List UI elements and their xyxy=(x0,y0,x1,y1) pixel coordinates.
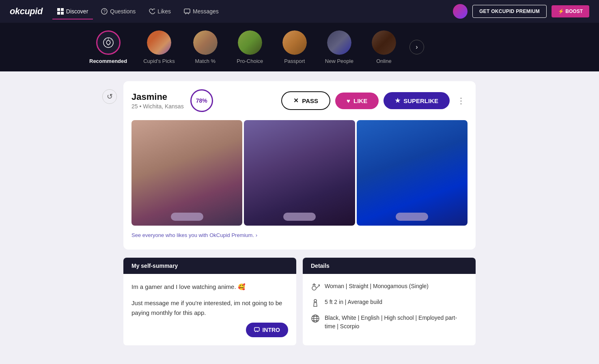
navbar: okcupid Discover ? Questions Likes Messa… xyxy=(0,0,599,23)
user-avatar[interactable] xyxy=(453,4,468,19)
nav-right: GET OKCUPID PREMIUM ⚡ BOOST xyxy=(453,4,589,19)
premium-button[interactable]: GET OKCUPID PREMIUM xyxy=(472,5,547,18)
category-passport-label: Passport xyxy=(284,58,305,64)
category-online-label: Online xyxy=(376,58,392,64)
photo-2[interactable] xyxy=(244,120,355,226)
svg-rect-0 xyxy=(57,8,60,11)
category-match[interactable]: Match % xyxy=(183,26,228,69)
nav-messages[interactable]: Messages xyxy=(179,5,224,18)
message-icon xyxy=(184,8,190,15)
categories-next-button[interactable]: › xyxy=(409,40,424,54)
category-match-label: Match % xyxy=(195,58,216,64)
photo-1-blur-badge xyxy=(171,213,203,221)
svg-line-13 xyxy=(317,285,320,288)
svg-rect-11 xyxy=(254,327,259,331)
question-icon: ? xyxy=(101,8,108,15)
like-button[interactable]: ♥ LIKE xyxy=(335,93,379,109)
nav-likes[interactable]: Likes xyxy=(144,5,176,18)
superlike-button[interactable]: ★ SUPERLIKE xyxy=(384,92,450,109)
category-new-people[interactable]: New People xyxy=(317,26,362,69)
nav-discover[interactable]: Discover xyxy=(52,5,93,18)
height-icon xyxy=(311,298,320,307)
category-cupids-picks[interactable]: Cupid's Picks xyxy=(135,26,183,69)
cupids-picks-image xyxy=(147,30,171,55)
photo-3-blur-badge xyxy=(396,213,428,221)
pro-choice-image xyxy=(238,30,262,55)
svg-rect-2 xyxy=(57,12,60,15)
category-new-people-label: New People xyxy=(325,58,353,64)
star-icon: ★ xyxy=(395,97,400,104)
gender-icon xyxy=(311,282,320,291)
grid-icon xyxy=(57,8,64,15)
action-buttons: ✕ PASS ♥ LIKE ★ SUPERLIKE ⋮ xyxy=(281,91,468,110)
globe-icon xyxy=(311,314,320,323)
svg-rect-3 xyxy=(61,12,64,15)
detail-height: 5 ft 2 in | Average build xyxy=(311,298,468,307)
svg-rect-6 xyxy=(184,9,190,13)
profile-age-location: 25 • Wichita, Kansas xyxy=(131,103,184,110)
premium-likes-prompt[interactable]: See everyone who likes you with OkCupid … xyxy=(131,230,468,241)
nav-questions[interactable]: ? Questions xyxy=(96,5,140,18)
details-section: Details Woman | Straight | Monogamous (S… xyxy=(303,258,476,345)
category-pro-choice[interactable]: Pro-Choice xyxy=(228,26,272,69)
self-summary-body: Im a gamer and I love watching anime. 🥰 … xyxy=(123,274,296,326)
heart-pink-icon: ♥ xyxy=(347,97,350,104)
self-summary-text: Im a gamer and I love watching anime. 🥰 … xyxy=(131,282,288,318)
svg-point-12 xyxy=(312,286,316,290)
photo-2-blur-badge xyxy=(283,213,316,221)
category-passport[interactable]: Passport xyxy=(272,26,317,69)
svg-line-9 xyxy=(106,40,106,40)
svg-line-10 xyxy=(111,40,111,40)
category-recommended-label: Recommended xyxy=(89,58,127,64)
profile-identity: Jasmine 25 • Wichita, Kansas xyxy=(131,92,184,110)
details-body: Woman | Straight | Monogamous (Single) 5… xyxy=(303,274,476,345)
profile-name: Jasmine xyxy=(131,92,184,102)
brand-logo: okcupid xyxy=(10,6,43,17)
self-summary-section: My self-summary Im a gamer and I love wa… xyxy=(123,258,296,345)
svg-text:?: ? xyxy=(103,9,106,14)
x-icon: ✕ xyxy=(293,97,299,104)
chat-icon xyxy=(254,327,260,333)
main-content: ↺ Jasmine 25 • Wichita, Kansas 78% ✕ PAS… xyxy=(117,81,482,345)
category-recommended[interactable]: Recommended xyxy=(81,26,135,69)
detail-gender: Woman | Straight | Monogamous (Single) xyxy=(311,282,468,291)
boost-button[interactable]: ⚡ BOOST xyxy=(552,5,589,17)
photo-3[interactable] xyxy=(357,120,468,226)
detail-background: Black, White | English | High school | E… xyxy=(311,314,468,331)
match-image xyxy=(193,30,218,55)
category-pro-choice-label: Pro-Choice xyxy=(237,58,263,64)
self-summary-header: My self-summary xyxy=(123,258,296,274)
recommended-icon xyxy=(96,30,121,55)
match-percent-badge: 78% xyxy=(190,89,213,112)
photos-grid xyxy=(131,120,468,226)
pass-button[interactable]: ✕ PASS xyxy=(281,91,330,110)
online-image xyxy=(372,30,396,55)
passport-image xyxy=(282,30,307,55)
intro-button[interactable]: INTRO xyxy=(246,323,288,337)
profile-card: ↺ Jasmine 25 • Wichita, Kansas 78% ✕ PAS… xyxy=(123,81,476,250)
svg-rect-1 xyxy=(61,8,64,11)
heart-icon xyxy=(149,8,155,15)
back-button[interactable]: ↺ xyxy=(102,89,117,104)
category-bar: Recommended Cupid's Picks Match % Pro-Ch… xyxy=(0,23,599,71)
profile-header: Jasmine 25 • Wichita, Kansas 78% ✕ PASS … xyxy=(131,89,468,112)
category-online[interactable]: Online xyxy=(362,26,406,69)
photo-1[interactable] xyxy=(131,120,242,226)
new-people-image xyxy=(327,30,351,55)
details-header: Details xyxy=(303,258,476,274)
info-sections: My self-summary Im a gamer and I love wa… xyxy=(123,258,476,345)
category-cupids-picks-label: Cupid's Picks xyxy=(143,58,175,64)
svg-point-16 xyxy=(314,299,317,302)
more-options-button[interactable]: ⋮ xyxy=(455,94,468,107)
